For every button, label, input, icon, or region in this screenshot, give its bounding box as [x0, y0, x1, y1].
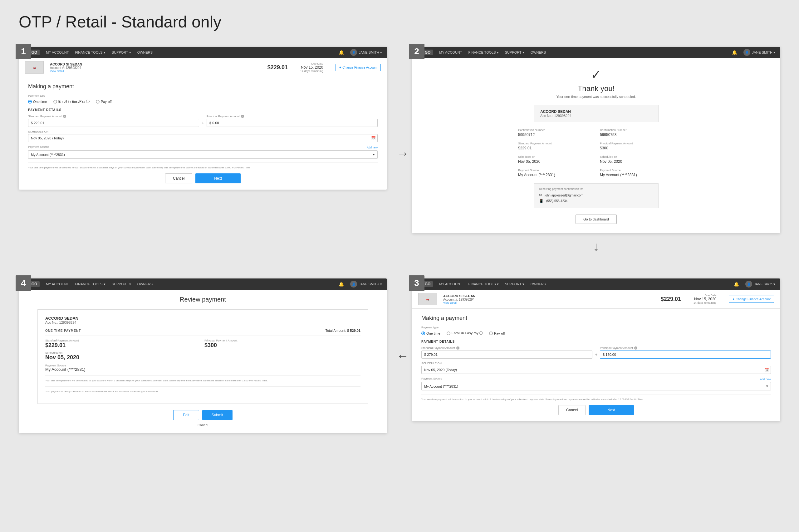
nav-bell-2[interactable]: 🔔 [732, 50, 737, 55]
source-value-2a: My Account (****2831) [518, 173, 593, 177]
nav-support-4[interactable]: SUPPORT ▾ [112, 282, 131, 286]
cancel-link[interactable]: Cancel [37, 423, 368, 427]
nav-bell-3[interactable]: 🔔 [734, 282, 739, 287]
review-acct-name: ACCORD SEDAN [45, 316, 361, 321]
conf-value-2: 59950753 [600, 133, 674, 137]
source-select-1[interactable]: My Account (****2831) ▾ [28, 150, 378, 159]
schedule-input-1[interactable] [28, 134, 378, 142]
conf-item-5: Scheduled on Nov 05, 2020 [518, 155, 593, 164]
btn-row-1: Cancel Next [28, 173, 378, 183]
nav-owners-3[interactable]: OWNERS [531, 282, 546, 286]
scheduled-label-2a: Scheduled on [518, 155, 593, 158]
nav-my-account-1[interactable]: MY ACCOUNT [46, 51, 69, 54]
submit-btn[interactable]: Submit [202, 410, 233, 420]
thank-you-acct-num: Acc No.: 129398294 [540, 114, 652, 118]
nav-user-2[interactable]: 👤 JANE SMITH ▾ [743, 49, 775, 56]
conf-item-6: Scheduled on Nov 05, 2020 [600, 155, 674, 164]
add-new-link-3[interactable]: Add new [760, 378, 771, 381]
review-std-value: $229.01 [45, 342, 201, 349]
radio-one-time-3[interactable]: One time [421, 331, 440, 335]
nav-bell-1[interactable]: 🔔 [339, 50, 344, 55]
screen-number-3: 3 [409, 276, 424, 291]
source-select-3[interactable]: My Account (****2831) ▾ [421, 382, 771, 391]
payment-type-label-1: Payment type [28, 94, 378, 97]
nav-bell-4[interactable]: 🔔 [339, 282, 344, 287]
std-amount-input-3[interactable] [421, 350, 593, 359]
radio-easypay-3[interactable]: Enroll in EasyPay ⓘ [447, 331, 483, 336]
conf-item-4: Principal Payment Amount $300 [600, 142, 674, 150]
principal-input-1[interactable] [206, 119, 378, 127]
review-source-label: Payment Source [45, 364, 361, 367]
nav-owners-4[interactable]: OWNERS [137, 282, 153, 286]
nav-support-2[interactable]: SUPPORT ▾ [505, 51, 524, 55]
review-source-value: My Account (****2831) [45, 367, 361, 372]
source-label-2a: Payment Source [518, 169, 593, 172]
schedule-input-3[interactable] [421, 366, 771, 374]
principal-payment-label-2: Principal Payment Amount [600, 142, 674, 145]
nav-owners-2[interactable]: OWNERS [531, 51, 546, 54]
acct-info-3: ACCORD SI SEDAN Account #: 129398294 Vie… [443, 294, 654, 304]
thank-you-acct-card: ACCORD SEDAN Acc No.: 129398294 [534, 105, 658, 122]
conf-two-col: Confirmation Number 59950712 Confirmatio… [518, 129, 674, 177]
calendar-icon-1[interactable]: 📅 [371, 136, 376, 140]
schedule-label-3: SCHEDULE ON [421, 362, 771, 365]
check-mark: ✓ [424, 68, 768, 82]
plus-sign-1: + [202, 117, 204, 125]
payment-type-label-3: Payment type [421, 326, 771, 329]
radio-payoff-1[interactable]: Pay-off [96, 100, 112, 103]
std-amount-col-3: Standard Payment Amount i [421, 346, 593, 359]
nav-bar-2: LOGO MY ACCOUNT FINANCE TOOLS ▾ SUPPORT … [412, 47, 780, 58]
email-conf-email: ✉ john.appleseed@gmail.com [539, 193, 653, 197]
review-principal-label: Principal Payment Amount [204, 339, 361, 342]
view-detail-3[interactable]: View Detail [443, 301, 654, 304]
edit-btn[interactable]: Edit [173, 410, 199, 420]
change-finance-btn-3[interactable]: ✦ Change Finance Account [729, 296, 774, 303]
nav-user-1[interactable]: 👤 JANE SMITH ▾ [350, 49, 382, 56]
nav-support-1[interactable]: SUPPORT ▾ [112, 51, 131, 55]
std-amount-label-3: Standard Payment Amount i [421, 346, 593, 349]
calendar-icon-3[interactable]: 📅 [764, 368, 769, 372]
nav-my-account-3[interactable]: MY ACCOUNT [439, 282, 462, 286]
thank-you-acct-name: ACCORD SEDAN [540, 110, 652, 114]
schedule-row-1: SCHEDULE ON 📅 [28, 130, 378, 142]
principal-col-3: Principal Payment Amount i [600, 346, 771, 359]
radio-easypay-1[interactable]: Enroll in EasyPay ⓘ [53, 99, 90, 104]
nav-finance-tools-2[interactable]: FINANCE TOOLS ▾ [468, 51, 498, 55]
thank-you-content: ✓ Thank you! Your one-time payment was s… [412, 58, 780, 233]
acct-remaining-3: 14 days remaining [693, 301, 716, 304]
change-finance-btn-1[interactable]: ✦ Change Finance Account [335, 64, 381, 71]
nav-bar-4: LOGO MY ACCOUNT FINANCE TOOLS ▾ SUPPORT … [19, 279, 387, 290]
nav-bar-3: LOGO MY ACCOUNT FINANCE TOOLS ▾ SUPPORT … [412, 279, 780, 290]
std-amount-input-1[interactable] [28, 119, 199, 127]
nav-support-3[interactable]: SUPPORT ▾ [505, 282, 524, 286]
dashboard-btn[interactable]: Go to dashboard [576, 214, 617, 224]
nav-user-icon-1: 👤 [350, 49, 357, 56]
cancel-btn-3[interactable]: Cancel [558, 405, 585, 415]
schedule-label-1: SCHEDULE ON [28, 130, 378, 133]
principal-input-3[interactable] [600, 350, 771, 359]
payment-type-1: Payment type One time Enroll in EasyPay … [28, 94, 378, 104]
payment-details-label-1: PAYMENT DETAILS [28, 108, 378, 112]
view-detail-1[interactable]: View Detail [50, 70, 261, 73]
nav-my-account-2[interactable]: MY ACCOUNT [439, 51, 462, 54]
nav-finance-tools-3[interactable]: FINANCE TOOLS ▾ [468, 282, 498, 286]
principal-col-1: Principal Payment Amount i [206, 115, 378, 127]
nav-my-account-4[interactable]: MY ACCOUNT [46, 282, 69, 286]
nav-user-3[interactable]: 👤 JANE Smith ▾ [745, 281, 775, 287]
radio-payoff-3[interactable]: Pay-off [489, 331, 505, 335]
review-fine-print: Your one-time payment will be credited t… [45, 376, 361, 383]
phone-icon: 📱 [539, 198, 544, 203]
nav-owners-1[interactable]: OWNERS [137, 51, 153, 54]
nav-user-4[interactable]: 👤 JANE SMITH ▾ [350, 281, 382, 287]
next-btn-3[interactable]: Next [588, 405, 634, 415]
review-principal-value: $300 [204, 342, 361, 349]
cancel-btn-1[interactable]: Cancel [165, 173, 192, 183]
radio-one-time-1[interactable]: One time [28, 100, 47, 103]
date-input-wrap-3: 📅 [421, 366, 771, 374]
next-btn-1[interactable]: Next [195, 173, 241, 183]
nav-finance-tools-4[interactable]: FINANCE TOOLS ▾ [75, 282, 105, 286]
add-new-link-1[interactable]: Add new [367, 146, 378, 149]
nav-finance-tools-1[interactable]: FINANCE TOOLS ▾ [75, 51, 105, 55]
acct-header-1: 🚗 ACCORD SI SEDAN Account #: 129398294 V… [19, 58, 387, 77]
review-payment-type-label: ONE TIME PAYMENT [45, 329, 81, 332]
